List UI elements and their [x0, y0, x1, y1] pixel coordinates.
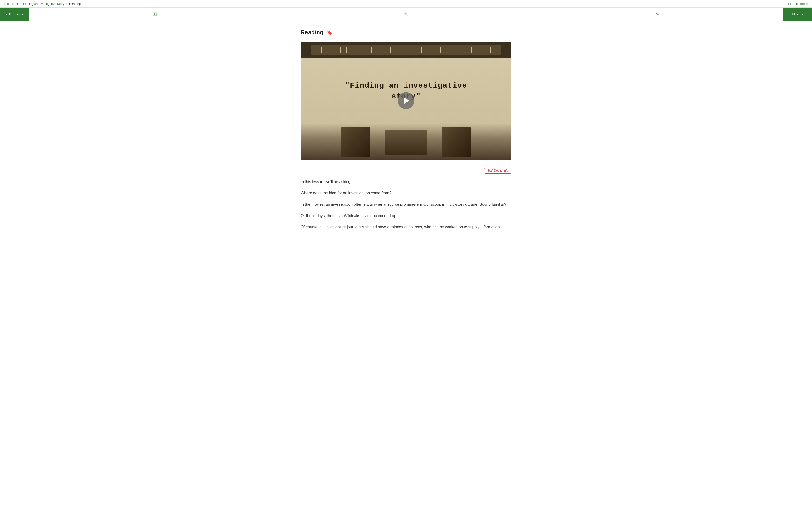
next-button[interactable]: Next — [783, 8, 812, 20]
edit-icon-2 — [656, 11, 660, 17]
ruler-mark — [397, 47, 397, 53]
content-paragraph-5: Of course, all investigative journalists… — [300, 224, 512, 230]
previous-label: Previous — [9, 12, 23, 16]
exit-focus-mode-link[interactable]: Exit focus mode — [786, 2, 808, 6]
breadcrumb-sep1: > — [20, 2, 22, 6]
ruler-mark — [453, 47, 453, 53]
tab-quiz-1[interactable] — [280, 8, 532, 21]
typewriter-side-right — [442, 127, 471, 157]
ruler-mark — [359, 47, 359, 53]
chevron-left-icon — [6, 11, 7, 17]
grid-icon — [152, 11, 157, 17]
nav-tabs — [29, 8, 783, 20]
content-paragraph-3: In the movies, an investigation often st… — [300, 201, 512, 207]
content-paragraph-4: Or these days, there is a Wikileaks-styl… — [300, 213, 512, 219]
ruler-marks — [311, 45, 501, 55]
typewriter-ruler — [300, 41, 512, 58]
breadcrumb-current: Reading — [69, 2, 81, 6]
play-triangle-icon — [404, 97, 409, 104]
edit-icon-1 — [404, 11, 408, 17]
ruler-mark — [365, 47, 365, 53]
video-container: "Finding an investigativestory" — [300, 41, 512, 160]
ruler-mark — [346, 47, 347, 53]
ruler-mark — [384, 47, 384, 53]
debug-button-row: Staff Debug Info — [300, 168, 512, 174]
ruler-mark — [371, 47, 372, 53]
content-paragraph-1: In this lesson, we'll be asking: — [300, 178, 512, 185]
ruler-mark — [447, 47, 447, 53]
ruler-mark — [390, 47, 391, 53]
ruler-mark — [334, 47, 334, 53]
staff-debug-button[interactable]: Staff Debug Info — [484, 168, 512, 174]
ruler-mark — [440, 47, 441, 53]
next-label: Next — [792, 12, 800, 16]
typewriter-bottom — [300, 124, 512, 160]
main-content: Reading 🔖 — [295, 21, 517, 243]
ruler-mark — [478, 47, 478, 53]
tab-reading[interactable] — [29, 8, 280, 21]
typewriter-side-left — [341, 127, 370, 157]
breadcrumb-section[interactable]: Finding an Investigative Story — [23, 2, 65, 6]
content-text: In this lesson, we'll be asking: Where d… — [300, 178, 512, 231]
breadcrumb: Lesson 01 > Finding an Investigative Sto… — [0, 0, 812, 8]
breadcrumb-lesson[interactable]: Lesson 01 — [4, 2, 18, 6]
ruler-mark — [415, 47, 415, 53]
page-title-row: Reading 🔖 — [300, 29, 512, 36]
ruler-mark — [428, 47, 428, 53]
navigation-bar: Previous Next — [0, 8, 812, 21]
content-paragraph-2: Where does the idea for an investigation… — [300, 190, 512, 196]
bookmark-icon[interactable]: 🔖 — [327, 29, 333, 35]
typewriter-text-area: "Finding an investigativestory" — [340, 58, 472, 124]
tab-quiz-2[interactable] — [532, 8, 783, 21]
typewriter-arm — [406, 143, 406, 153]
ruler-mark — [328, 47, 328, 53]
page-title: Reading — [300, 29, 324, 36]
breadcrumb-sep2: > — [66, 2, 68, 6]
ruler-mark — [421, 47, 422, 53]
typewriter-center — [385, 130, 427, 155]
video-play-button[interactable] — [398, 92, 414, 109]
ruler-mark — [484, 47, 484, 53]
chevron-right-icon — [801, 11, 803, 17]
previous-button[interactable]: Previous — [0, 8, 29, 20]
